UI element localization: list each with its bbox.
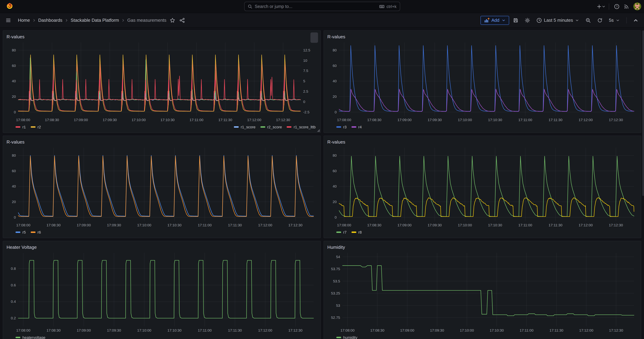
- top-navigation-bar: Search or jump to... ctrl+k ?: [0, 0, 644, 13]
- panel-title[interactable]: R-values: [327, 139, 345, 144]
- caret-up-icon: [633, 18, 638, 23]
- panel-resize-handle[interactable]: [317, 129, 320, 132]
- legend-group: r5r6: [16, 230, 41, 234]
- svg-text:17:11:00: 17:11:00: [198, 223, 212, 227]
- search-input[interactable]: Search or jump to... ctrl+k: [244, 2, 400, 11]
- svg-text:17:12:30: 17:12:30: [609, 223, 623, 227]
- panel-title[interactable]: R-values: [6, 34, 24, 39]
- panel-plot[interactable]: 52.755353.2553.553.755417:08:0017:08:301…: [327, 251, 638, 333]
- svg-text:17:11:00: 17:11:00: [518, 223, 532, 227]
- svg-text:17:12:00: 17:12:00: [258, 328, 272, 332]
- chevron-down-icon: [575, 18, 579, 22]
- chevron-right-icon: [121, 18, 125, 22]
- panel-r-values-1: R-values 020406080-2.502.557.51012.517:0…: [3, 30, 321, 133]
- legend-item-r4[interactable]: r4: [352, 125, 362, 129]
- news-button[interactable]: [622, 2, 631, 11]
- zoom-out-button[interactable]: [583, 15, 594, 25]
- legend-item-r1[interactable]: r1: [16, 125, 26, 129]
- svg-text:20: 20: [12, 94, 16, 98]
- legend-color-chip: [16, 337, 20, 338]
- legend-item-r2[interactable]: r2: [31, 125, 41, 129]
- panel-title[interactable]: Heater Voltage: [6, 244, 37, 250]
- svg-text:17:12:00: 17:12:00: [579, 223, 593, 227]
- svg-text:-2.5: -2.5: [303, 110, 310, 114]
- toolbar-actions: Add Last 5 minutes 5s: [480, 15, 640, 25]
- svg-text:40: 40: [12, 184, 16, 188]
- add-panel-button[interactable]: Add: [480, 16, 509, 25]
- user-avatar[interactable]: [633, 2, 641, 10]
- svg-text:17:08:00: 17:08:00: [16, 328, 30, 332]
- dashboard-settings-button[interactable]: [522, 15, 532, 25]
- legend-group: r1_scorer2_scorer1_score_lttb: [234, 125, 316, 129]
- mega-menu-toggle[interactable]: [4, 15, 13, 25]
- legend-label: r1: [22, 125, 26, 129]
- new-menu-button[interactable]: [596, 2, 606, 11]
- panel-plot[interactable]: 02040608017:08:0017:08:3017:09:0017:09:3…: [327, 146, 638, 228]
- legend-item-heatervoltage[interactable]: heatervoltage: [16, 336, 45, 339]
- legend-item-r1_score[interactable]: r1_score: [234, 125, 256, 129]
- svg-text:0.4: 0.4: [11, 300, 16, 304]
- svg-text:54: 54: [336, 255, 340, 259]
- page-scrollbar[interactable]: [642, 28, 644, 339]
- refresh-interval-picker[interactable]: 5s: [606, 15, 622, 25]
- share-dashboard-button[interactable]: [178, 15, 187, 25]
- hamburger-menu-icon: [6, 18, 11, 23]
- help-button[interactable]: ?: [612, 2, 622, 11]
- svg-text:17:12:00: 17:12:00: [258, 223, 272, 227]
- panel-plot[interactable]: 0.20.40.60.817:08:0017:08:3017:09:0017:0…: [6, 251, 317, 333]
- refresh-button[interactable]: [595, 15, 605, 25]
- svg-text:0.2: 0.2: [11, 316, 16, 320]
- svg-text:53.75: 53.75: [331, 267, 340, 271]
- breadcrumb-item-home[interactable]: Home: [16, 18, 31, 23]
- legend-item-r7[interactable]: r7: [336, 230, 347, 234]
- legend-item-r3[interactable]: r3: [336, 125, 347, 129]
- panel-title[interactable]: R-values: [327, 34, 345, 39]
- svg-text:17:12:30: 17:12:30: [609, 328, 623, 332]
- panel-plot[interactable]: 020406080-2.502.557.51012.517:08:0017:08…: [6, 40, 317, 123]
- zoom-out-icon: [586, 18, 591, 23]
- svg-text:2.5: 2.5: [303, 89, 308, 93]
- svg-text:17:12:00: 17:12:00: [247, 118, 261, 122]
- breadcrumb: Home Dashboards Stackable Data Platform …: [16, 18, 168, 23]
- legend-item-r5[interactable]: r5: [16, 230, 26, 234]
- legend-item-r6[interactable]: r6: [31, 230, 41, 234]
- panel-header: R-values: [6, 138, 317, 146]
- svg-text:80: 80: [12, 153, 16, 157]
- rss-icon: [624, 4, 629, 9]
- legend-color-chip: [352, 232, 356, 233]
- scrollbar-thumb[interactable]: [642, 30, 644, 196]
- svg-text:17:10:30: 17:10:30: [490, 328, 504, 332]
- panel-menu-button[interactable]: [310, 32, 318, 43]
- svg-text:17:08:00: 17:08:00: [340, 328, 354, 332]
- svg-text:80: 80: [333, 48, 337, 52]
- svg-text:80: 80: [12, 48, 16, 52]
- breadcrumb-item-dashboards[interactable]: Dashboards: [37, 18, 64, 23]
- svg-text:17:09:30: 17:09:30: [428, 118, 442, 122]
- time-range-picker[interactable]: Last 5 minutes: [534, 15, 582, 25]
- panel-title[interactable]: Humidity: [327, 244, 345, 250]
- svg-text:17:09:00: 17:09:00: [74, 118, 88, 122]
- toolbar-divider: [626, 17, 627, 23]
- collapse-toolbar-button[interactable]: [631, 15, 640, 25]
- panel-heater-voltage: Heater Voltage 0.20.40.60.817:08:0017:08…: [3, 241, 321, 339]
- grafana-logo-icon[interactable]: [6, 2, 14, 10]
- help-icon: ?: [614, 4, 620, 9]
- svg-text:0: 0: [334, 215, 337, 219]
- svg-text:20: 20: [333, 200, 337, 204]
- breadcrumb-item-folder[interactable]: Stackable Data Platform: [69, 18, 120, 23]
- panel-header: R-values: [6, 33, 317, 40]
- svg-text:17:10:30: 17:10:30: [488, 223, 502, 227]
- legend-item-r2_score[interactable]: r2_score: [260, 125, 282, 129]
- save-dashboard-button[interactable]: [510, 15, 521, 25]
- panel-plot[interactable]: 02040608017:08:0017:08:3017:09:0017:09:3…: [327, 40, 638, 123]
- legend-item-humidity[interactable]: humidity: [336, 336, 357, 339]
- panel-title[interactable]: R-values: [6, 139, 24, 144]
- refresh-icon: [597, 18, 603, 23]
- legend-item-r1_score_lttb[interactable]: r1_score_lttb: [287, 125, 316, 129]
- legend-item-r8[interactable]: r8: [352, 230, 362, 234]
- favorite-dashboard-button[interactable]: [168, 15, 178, 25]
- save-icon: [513, 18, 518, 23]
- panel-plot[interactable]: 02040608017:08:0017:08:3017:09:0017:09:3…: [6, 146, 317, 228]
- svg-text:53.25: 53.25: [331, 291, 340, 295]
- panel-humidity: Humidity 52.755353.2553.553.755417:08:00…: [324, 241, 641, 339]
